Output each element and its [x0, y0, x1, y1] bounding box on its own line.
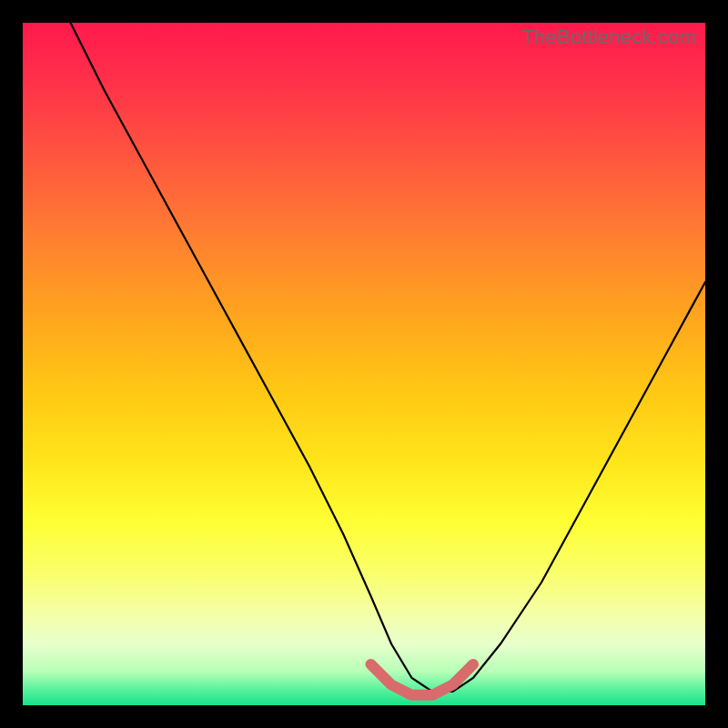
- chart-frame: TheBottleneck.com: [0, 0, 728, 728]
- chart-plot-area: TheBottleneck.com: [23, 23, 705, 705]
- chart-svg: [23, 23, 705, 705]
- bottleneck-curve-line: [71, 23, 706, 692]
- flat-bottom-highlight-line: [371, 664, 474, 695]
